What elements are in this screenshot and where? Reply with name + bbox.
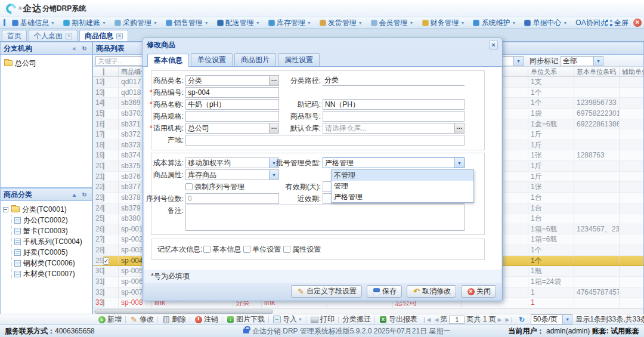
close-tab-icon[interactable]: × <box>66 33 72 39</box>
org-picker[interactable]: 总公司 <box>185 123 279 134</box>
menu-item-9[interactable]: 系统维护▼ <box>469 18 519 28</box>
row-checkbox[interactable] <box>103 141 104 149</box>
menu-item-10[interactable]: 单据中心▼ <box>521 18 571 28</box>
page-tab-1[interactable]: 个人桌面× <box>29 30 78 41</box>
menu-item-11[interactable]: OA协同办公▼ <box>572 18 606 28</box>
menu-item-1[interactable]: 期初建账▼ <box>60 18 110 28</box>
dialog-tab-3[interactable]: 属性设置 <box>278 53 320 66</box>
select-all-checkbox[interactable] <box>103 68 104 76</box>
menu-item-8[interactable]: 财务管理▼ <box>419 18 469 28</box>
cost-algo-select[interactable]: 移动加权平均 <box>185 157 279 168</box>
menu-item-4[interactable]: 配送管理▼ <box>213 18 264 28</box>
collapse-icon[interactable]: ▴ <box>70 190 79 199</box>
menu-item-5[interactable]: 库存管理▼ <box>265 18 315 28</box>
menu-item-6[interactable]: 发货管理▼ <box>316 18 366 28</box>
row-checkbox[interactable] <box>103 173 104 181</box>
refresh-icon[interactable]: ↻ <box>80 190 89 199</box>
column-header-cb[interactable] <box>103 67 119 76</box>
ellipsis-trigger-icon[interactable] <box>454 123 464 133</box>
row-checkbox[interactable] <box>103 183 104 191</box>
remark-textarea[interactable] <box>185 205 465 231</box>
tree-item-head-office[interactable]: 总公司 <box>3 58 89 69</box>
dialog-button-1[interactable]: 保存 <box>367 285 402 298</box>
ellipsis-trigger-icon[interactable] <box>269 76 278 85</box>
dialog-button-3[interactable]: 关闭 <box>461 285 496 298</box>
menu-item-0[interactable]: 基础信息▼ <box>8 18 58 28</box>
row-checkbox[interactable] <box>103 299 104 307</box>
toolbar-button-1[interactable]: 修改 <box>126 314 157 324</box>
row-checkbox[interactable]: ✓ <box>103 257 109 265</box>
toolbar-button-4[interactable]: 图片下载 <box>223 314 268 324</box>
toolbar-button-5[interactable]: 导入▼ <box>270 314 305 324</box>
dropdown-option-2[interactable]: 严格管理 <box>332 191 473 202</box>
column-header-barcode[interactable]: 基本单位条码 <box>574 67 620 76</box>
page-tab-0[interactable]: 首页 <box>2 30 27 41</box>
checkbox-icon[interactable] <box>283 246 290 253</box>
dropdown-option-0[interactable]: 不管理 <box>332 170 473 181</box>
column-header-auxbarcode[interactable]: 辅助单位条码 <box>620 67 643 76</box>
row-checkbox[interactable] <box>103 110 104 118</box>
fullscreen-icon[interactable] <box>606 20 612 26</box>
product-name-input[interactable] <box>185 99 279 110</box>
page-size-select[interactable]: 50条/页 <box>531 314 572 324</box>
checkbox-icon[interactable] <box>185 183 193 190</box>
page-number-input[interactable] <box>449 316 465 324</box>
serial-digits-input[interactable] <box>185 193 279 204</box>
row-checkbox[interactable] <box>103 131 104 138</box>
tree-item-category-3[interactable]: 好卖(TC0005) <box>12 247 89 258</box>
row-checkbox[interactable] <box>103 246 104 254</box>
dialog-button-2[interactable]: 取消修改 <box>407 285 456 298</box>
dialog-tab-0[interactable]: 基本信息 <box>147 54 189 67</box>
row-checkbox[interactable] <box>103 289 104 296</box>
dialog-button-0[interactable]: 自定义字段设置 <box>291 285 362 298</box>
row-checkbox[interactable] <box>103 194 104 202</box>
force-serial-option[interactable]: 强制序列号管理 <box>185 182 279 192</box>
close-icon[interactable]: × <box>633 18 642 27</box>
row-checkbox[interactable] <box>103 205 104 212</box>
product-code-input[interactable] <box>185 87 279 98</box>
spec-input[interactable] <box>185 111 279 122</box>
sync-select[interactable]: 全部 <box>561 56 603 66</box>
prev-page-icon[interactable]: ◀ <box>434 317 438 323</box>
memory-option-2[interactable]: 属性设置 <box>283 245 321 255</box>
product-attr-select[interactable]: 库存商品 <box>185 169 279 180</box>
menu-item-3[interactable]: 销售管理▼ <box>162 18 212 28</box>
first-page-icon[interactable]: ❘◀ <box>422 317 431 323</box>
menu-item-7[interactable]: 会员管理▼ <box>367 18 417 28</box>
refresh-icon[interactable]: ↻ <box>80 44 89 53</box>
row-checkbox[interactable] <box>103 99 104 107</box>
row-checkbox[interactable] <box>103 89 104 97</box>
row-checkbox[interactable] <box>103 225 104 233</box>
last-page-icon[interactable]: ▶❘ <box>506 317 514 323</box>
batch-type-select[interactable]: 严格管理 <box>323 157 465 168</box>
checkbox-icon[interactable] <box>203 246 210 253</box>
memory-option-0[interactable]: 基本信息 <box>203 245 241 255</box>
row-checkbox[interactable] <box>103 152 104 159</box>
toolbar-button-8[interactable]: 导出报表 <box>376 314 420 324</box>
tree-expander-icon[interactable] <box>3 207 8 212</box>
collapse-all-icon[interactable]: « <box>70 44 79 53</box>
row-checkbox[interactable] <box>103 236 104 243</box>
dialog-tab-2[interactable]: 商品图片 <box>234 53 276 66</box>
warehouse-picker[interactable]: 请选择仓库... <box>323 123 465 134</box>
category-name-picker[interactable]: 分类 <box>185 75 279 86</box>
row-checkbox[interactable] <box>103 267 104 275</box>
tree-item-category-0[interactable]: 办公(TC0002) <box>12 215 89 225</box>
dialog-title-bar[interactable]: 修改商品 × <box>143 38 502 51</box>
tree-item-category-2[interactable]: 手机系列(TC0004) <box>12 236 89 247</box>
column-header-no[interactable] <box>93 67 103 76</box>
mnemonic-input[interactable] <box>323 99 465 110</box>
origin-input[interactable] <box>185 135 465 146</box>
close-icon[interactable]: × <box>489 41 498 50</box>
row-checkbox[interactable] <box>103 120 104 128</box>
menu-item-2[interactable]: 采购管理▼ <box>111 18 161 28</box>
row-checkbox[interactable] <box>103 162 104 170</box>
close-tab-icon[interactable]: × <box>116 33 123 39</box>
checkbox-icon[interactable] <box>243 246 250 253</box>
toolbar-button-0[interactable]: 新增 <box>94 314 125 324</box>
row-checkbox[interactable] <box>103 278 104 286</box>
column-header-unitrel[interactable]: 单位关系 <box>528 67 574 76</box>
dropdown-option-1[interactable]: 管理 <box>332 181 473 191</box>
tree-item-category-1[interactable]: 蟹卡(TC0003) <box>12 225 89 236</box>
tree-item-category-4[interactable]: 钢材类(TC0006) <box>12 258 89 268</box>
